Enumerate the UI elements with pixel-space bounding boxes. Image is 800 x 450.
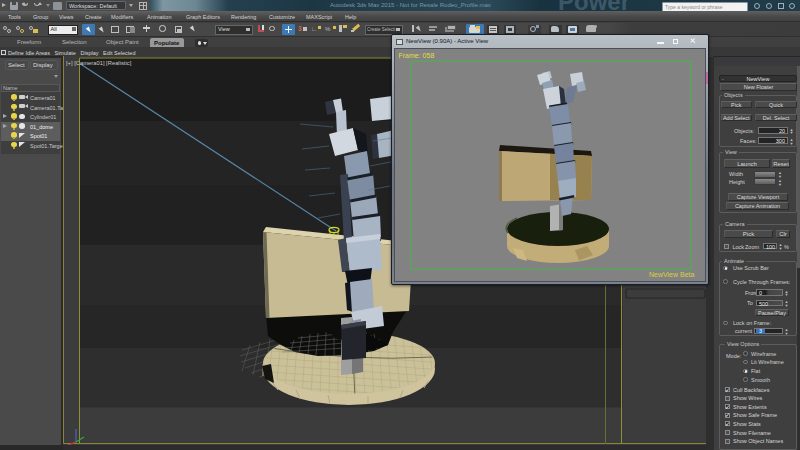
svg-text:NewView Beta: NewView Beta xyxy=(649,271,695,278)
svg-text:Frame: 058: Frame: 058 xyxy=(399,51,435,58)
svg-text:[+] [Camera01] [Realistic]: [+] [Camera01] [Realistic] xyxy=(66,60,132,66)
